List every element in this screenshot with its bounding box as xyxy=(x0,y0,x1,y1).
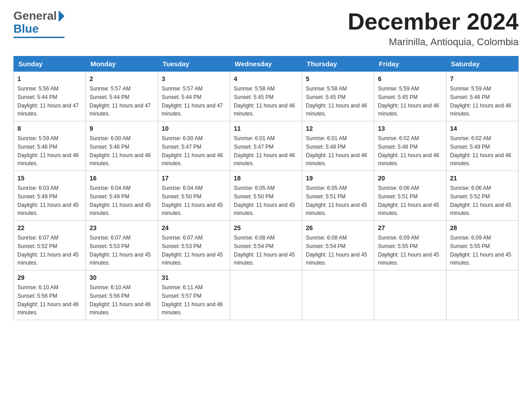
day-number: 4 xyxy=(234,74,298,84)
day-info: Sunrise: 6:02 AMSunset: 5:49 PMDaylight:… xyxy=(450,135,511,167)
day-info: Sunrise: 6:02 AMSunset: 5:48 PMDaylight:… xyxy=(378,135,439,167)
day-number: 26 xyxy=(306,223,370,233)
calendar-cell: 5 Sunrise: 5:58 AMSunset: 5:45 PMDayligh… xyxy=(302,72,374,121)
day-info: Sunrise: 6:05 AMSunset: 5:50 PMDaylight:… xyxy=(234,185,295,216)
logo-underline xyxy=(13,37,64,38)
calendar-cell: 17 Sunrise: 6:04 AMSunset: 5:50 PMDaylig… xyxy=(158,171,230,221)
day-info: Sunrise: 6:07 AMSunset: 5:53 PMDaylight:… xyxy=(162,235,223,266)
day-info: Sunrise: 6:01 AMSunset: 5:48 PMDaylight:… xyxy=(306,135,367,167)
day-number: 18 xyxy=(234,174,298,183)
day-info: Sunrise: 6:07 AMSunset: 5:52 PMDaylight:… xyxy=(17,235,79,266)
calendar-cell: 10 Sunrise: 6:00 AMSunset: 5:47 PMDaylig… xyxy=(158,121,230,171)
week-row-3: 15 Sunrise: 6:03 AMSunset: 5:49 PMDaylig… xyxy=(14,171,519,221)
day-number: 29 xyxy=(17,273,82,283)
calendar-cell: 22 Sunrise: 6:07 AMSunset: 5:52 PMDaylig… xyxy=(14,221,86,270)
day-info: Sunrise: 6:09 AMSunset: 5:55 PMDaylight:… xyxy=(450,235,511,266)
day-info: Sunrise: 5:59 AMSunset: 5:46 PMDaylight:… xyxy=(17,135,79,167)
calendar-cell: 20 Sunrise: 6:06 AMSunset: 5:51 PMDaylig… xyxy=(374,171,446,221)
week-row-4: 22 Sunrise: 6:07 AMSunset: 5:52 PMDaylig… xyxy=(14,221,519,270)
day-number: 30 xyxy=(90,273,154,283)
calendar-cell xyxy=(230,270,302,320)
day-number: 28 xyxy=(450,223,515,233)
day-number: 5 xyxy=(306,74,370,84)
calendar-cell: 23 Sunrise: 6:07 AMSunset: 5:53 PMDaylig… xyxy=(86,221,158,270)
calendar-cell: 29 Sunrise: 6:10 AMSunset: 5:56 PMDaylig… xyxy=(14,270,86,320)
calendar-cell: 7 Sunrise: 5:59 AMSunset: 5:46 PMDayligh… xyxy=(446,72,519,121)
day-number: 20 xyxy=(378,174,442,183)
day-number: 27 xyxy=(378,223,442,233)
day-info: Sunrise: 6:08 AMSunset: 5:54 PMDaylight:… xyxy=(234,235,295,266)
day-info: Sunrise: 6:11 AMSunset: 5:57 PMDaylight:… xyxy=(162,284,223,316)
logo: General Blue xyxy=(13,9,64,38)
day-info: Sunrise: 5:59 AMSunset: 5:46 PMDaylight:… xyxy=(450,86,511,117)
day-info: Sunrise: 5:57 AMSunset: 5:44 PMDaylight:… xyxy=(90,86,151,117)
day-number: 11 xyxy=(234,124,298,133)
calendar-cell: 2 Sunrise: 5:57 AMSunset: 5:44 PMDayligh… xyxy=(86,72,158,121)
day-number: 21 xyxy=(450,174,515,183)
day-number: 3 xyxy=(162,74,226,84)
header-monday: Monday xyxy=(86,56,158,72)
day-info: Sunrise: 6:04 AMSunset: 5:49 PMDaylight:… xyxy=(90,185,151,216)
day-info: Sunrise: 5:57 AMSunset: 5:44 PMDaylight:… xyxy=(162,86,223,117)
calendar-cell: 26 Sunrise: 6:08 AMSunset: 5:54 PMDaylig… xyxy=(302,221,374,270)
header-wednesday: Wednesday xyxy=(230,56,302,72)
calendar-cell: 24 Sunrise: 6:07 AMSunset: 5:53 PMDaylig… xyxy=(158,221,230,270)
day-number: 25 xyxy=(234,223,298,233)
calendar-cell: 14 Sunrise: 6:02 AMSunset: 5:49 PMDaylig… xyxy=(446,121,519,171)
day-info: Sunrise: 6:03 AMSunset: 5:49 PMDaylight:… xyxy=(17,185,79,216)
calendar-cell: 30 Sunrise: 6:10 AMSunset: 5:56 PMDaylig… xyxy=(86,270,158,320)
calendar-cell: 13 Sunrise: 6:02 AMSunset: 5:48 PMDaylig… xyxy=(374,121,446,171)
day-number: 6 xyxy=(378,74,442,84)
day-number: 19 xyxy=(306,174,370,183)
day-info: Sunrise: 6:06 AMSunset: 5:51 PMDaylight:… xyxy=(378,185,439,216)
day-number: 31 xyxy=(162,273,226,283)
week-row-1: 1 Sunrise: 5:56 AMSunset: 5:44 PMDayligh… xyxy=(14,72,519,121)
day-info: Sunrise: 5:58 AMSunset: 5:45 PMDaylight:… xyxy=(306,86,367,117)
calendar-cell: 15 Sunrise: 6:03 AMSunset: 5:49 PMDaylig… xyxy=(14,171,86,221)
page-header: General Blue December 2024 Marinilla, An… xyxy=(13,9,519,48)
day-info: Sunrise: 6:06 AMSunset: 5:52 PMDaylight:… xyxy=(450,185,511,216)
logo-chevron-icon xyxy=(59,10,64,22)
calendar-cell: 16 Sunrise: 6:04 AMSunset: 5:49 PMDaylig… xyxy=(86,171,158,221)
day-info: Sunrise: 6:10 AMSunset: 5:56 PMDaylight:… xyxy=(17,284,79,316)
day-info: Sunrise: 6:00 AMSunset: 5:47 PMDaylight:… xyxy=(162,135,223,167)
day-number: 15 xyxy=(17,174,82,183)
week-row-5: 29 Sunrise: 6:10 AMSunset: 5:56 PMDaylig… xyxy=(14,270,519,320)
calendar-cell: 25 Sunrise: 6:08 AMSunset: 5:54 PMDaylig… xyxy=(230,221,302,270)
header-tuesday: Tuesday xyxy=(158,56,230,72)
header-sunday: Sunday xyxy=(14,56,86,72)
day-number: 7 xyxy=(450,74,515,84)
calendar-cell: 28 Sunrise: 6:09 AMSunset: 5:55 PMDaylig… xyxy=(446,221,519,270)
day-info: Sunrise: 6:07 AMSunset: 5:53 PMDaylight:… xyxy=(90,235,151,266)
day-number: 14 xyxy=(450,124,515,133)
calendar-cell: 4 Sunrise: 5:58 AMSunset: 5:45 PMDayligh… xyxy=(230,72,302,121)
calendar-cell xyxy=(374,270,446,320)
calendar-cell: 3 Sunrise: 5:57 AMSunset: 5:44 PMDayligh… xyxy=(158,72,230,121)
calendar-cell xyxy=(446,270,519,320)
day-info: Sunrise: 6:04 AMSunset: 5:50 PMDaylight:… xyxy=(162,185,223,216)
calendar-cell: 27 Sunrise: 6:09 AMSunset: 5:55 PMDaylig… xyxy=(374,221,446,270)
calendar-cell: 11 Sunrise: 6:01 AMSunset: 5:47 PMDaylig… xyxy=(230,121,302,171)
day-info: Sunrise: 5:58 AMSunset: 5:45 PMDaylight:… xyxy=(234,86,295,117)
header-saturday: Saturday xyxy=(446,56,519,72)
calendar-table: SundayMondayTuesdayWednesdayThursdayFrid… xyxy=(13,56,519,320)
day-number: 13 xyxy=(378,124,442,133)
day-number: 10 xyxy=(162,124,226,133)
day-number: 2 xyxy=(90,74,154,84)
calendar-cell: 12 Sunrise: 6:01 AMSunset: 5:48 PMDaylig… xyxy=(302,121,374,171)
day-info: Sunrise: 6:10 AMSunset: 5:56 PMDaylight:… xyxy=(90,284,151,316)
weekday-header-row: SundayMondayTuesdayWednesdayThursdayFrid… xyxy=(14,56,519,72)
week-row-2: 8 Sunrise: 5:59 AMSunset: 5:46 PMDayligh… xyxy=(14,121,519,171)
day-info: Sunrise: 6:08 AMSunset: 5:54 PMDaylight:… xyxy=(306,235,367,266)
day-number: 16 xyxy=(90,174,154,183)
day-number: 8 xyxy=(17,124,82,133)
calendar-cell: 19 Sunrise: 6:05 AMSunset: 5:51 PMDaylig… xyxy=(302,171,374,221)
calendar-cell: 31 Sunrise: 6:11 AMSunset: 5:57 PMDaylig… xyxy=(158,270,230,320)
day-info: Sunrise: 5:59 AMSunset: 5:45 PMDaylight:… xyxy=(378,86,439,117)
day-info: Sunrise: 6:01 AMSunset: 5:47 PMDaylight:… xyxy=(234,135,295,167)
month-title: December 2024 xyxy=(348,9,519,34)
day-number: 22 xyxy=(17,223,82,233)
logo-blue-text: Blue xyxy=(13,22,39,36)
calendar-cell xyxy=(302,270,374,320)
day-number: 1 xyxy=(17,74,82,84)
